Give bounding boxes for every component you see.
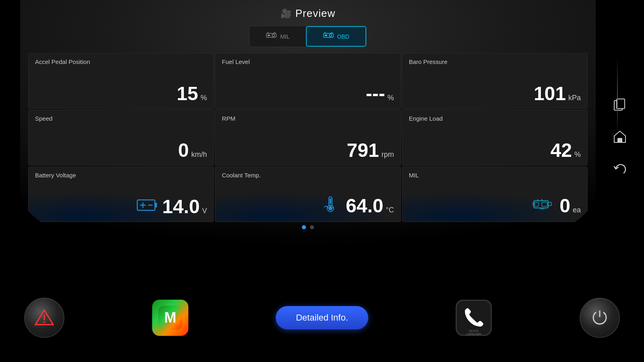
thermometer-icon xyxy=(320,195,341,217)
svg-point-25 xyxy=(43,321,45,323)
data-grid: Accel Pedal Position 15 % Fuel Level ---… xyxy=(28,53,588,222)
card-baro-pressure-unit: kPa xyxy=(568,94,581,102)
svg-text:M: M xyxy=(164,309,176,326)
card-battery-value: 14.0 xyxy=(162,197,200,216)
detailed-info-button[interactable]: Detailed Info. xyxy=(276,306,368,329)
pagination-dot-2[interactable] xyxy=(310,225,314,229)
card-fuel-level: Fuel Level --- % xyxy=(215,53,400,109)
taskbar: M Detailed Info. QUICK LAUNCHER xyxy=(0,274,644,362)
card-rpm-label: RPM xyxy=(222,115,394,122)
svg-rect-18 xyxy=(548,202,551,206)
card-baro-pressure-value: 101 xyxy=(534,84,566,103)
header: 🎥 Preview xyxy=(20,0,596,24)
mil-tab-icon xyxy=(266,31,277,42)
card-coolant-unit: °C xyxy=(386,206,394,214)
card-engine-load-value: 42 xyxy=(551,141,572,160)
phone-button[interactable]: QUICK LAUNCHER xyxy=(454,298,494,338)
maps-button[interactable]: M xyxy=(150,298,190,338)
obd-tab-icon xyxy=(323,31,334,42)
card-engine-load-unit: % xyxy=(574,150,581,159)
battery-icon xyxy=(136,197,157,217)
copy-button[interactable] xyxy=(610,95,630,115)
dashboard-arch: 🎥 Preview MIL xyxy=(20,0,596,274)
card-accel-pedal-unit: % xyxy=(200,94,207,102)
alert-button[interactable] xyxy=(24,298,64,338)
card-baro-pressure: Baro Pressure 101 kPa xyxy=(402,53,588,109)
card-fuel-level-unit: % xyxy=(388,94,394,102)
card-speed-label: Speed xyxy=(35,115,207,122)
home-button[interactable] xyxy=(610,127,630,147)
card-battery-label: Battery Voltage xyxy=(35,172,207,179)
pagination-dot-1[interactable] xyxy=(302,225,306,229)
back-button[interactable] xyxy=(610,159,630,179)
mil-tab-label: MIL xyxy=(280,33,289,40)
card-battery-voltage: Battery Voltage 14.0 V xyxy=(28,167,214,222)
maps-icon: M xyxy=(152,300,188,336)
svg-point-5 xyxy=(329,34,332,37)
card-baro-pressure-label: Baro Pressure xyxy=(409,58,581,65)
card-coolant-label: Coolant Temp. xyxy=(222,172,394,179)
card-rpm-value: 791 xyxy=(347,141,379,160)
svg-rect-12 xyxy=(330,198,331,204)
power-button[interactable] xyxy=(580,298,620,338)
svg-rect-4 xyxy=(325,35,327,36)
card-mil-unit: ea xyxy=(573,206,581,214)
card-mil: MIL MIL xyxy=(402,167,588,222)
svg-rect-21 xyxy=(617,99,625,109)
svg-rect-17 xyxy=(542,202,547,206)
card-accel-pedal-value: 15 xyxy=(177,84,198,103)
card-engine-load: Engine Load 42 % xyxy=(402,110,588,165)
detailed-info-label: Detailed Info. xyxy=(296,313,348,323)
card-mil-label: MIL xyxy=(409,172,581,179)
svg-text:MIL: MIL xyxy=(540,207,545,210)
svg-rect-16 xyxy=(535,202,539,206)
svg-point-2 xyxy=(272,34,275,37)
phone-icon: QUICK LAUNCHER xyxy=(456,300,492,336)
card-rpm-unit: rpm xyxy=(382,150,394,159)
tab-mil[interactable]: MIL xyxy=(250,26,305,47)
card-coolant-value: 64.0 xyxy=(346,196,383,216)
tab-obd[interactable]: OBD xyxy=(306,26,366,47)
card-coolant-temp: Coolant Temp. 64.0 °C xyxy=(215,167,400,222)
svg-rect-7 xyxy=(155,203,157,208)
svg-rect-1 xyxy=(268,35,270,36)
svg-rect-22 xyxy=(618,138,622,142)
card-speed: Speed 0 km/h xyxy=(28,110,214,165)
mil-engine-icon: MIL xyxy=(530,195,555,217)
card-battery-unit: V xyxy=(202,207,207,215)
card-accel-pedal-label: Accel Pedal Position xyxy=(35,58,207,65)
pagination xyxy=(20,225,596,229)
svg-text:LAUNCHER: LAUNCHER xyxy=(466,333,481,335)
sidebar-divider xyxy=(617,56,618,137)
obd-tab-label: OBD xyxy=(337,33,349,40)
camera-icon: 🎥 xyxy=(281,8,291,19)
card-accel-pedal: Accel Pedal Position 15 % xyxy=(28,53,214,109)
tab-bar: MIL OBD xyxy=(20,26,596,47)
card-mil-value: 0 xyxy=(559,196,570,216)
card-speed-value: 0 xyxy=(178,141,189,160)
card-fuel-level-value: --- xyxy=(366,84,385,103)
card-rpm: RPM 791 rpm xyxy=(215,110,400,165)
header-title: Preview xyxy=(295,7,335,20)
card-speed-unit: km/h xyxy=(191,150,207,159)
card-fuel-level-label: Fuel Level xyxy=(222,58,394,65)
card-engine-load-label: Engine Load xyxy=(409,115,581,122)
svg-text:QUICK: QUICK xyxy=(469,329,479,333)
sidebar-right xyxy=(596,0,644,274)
